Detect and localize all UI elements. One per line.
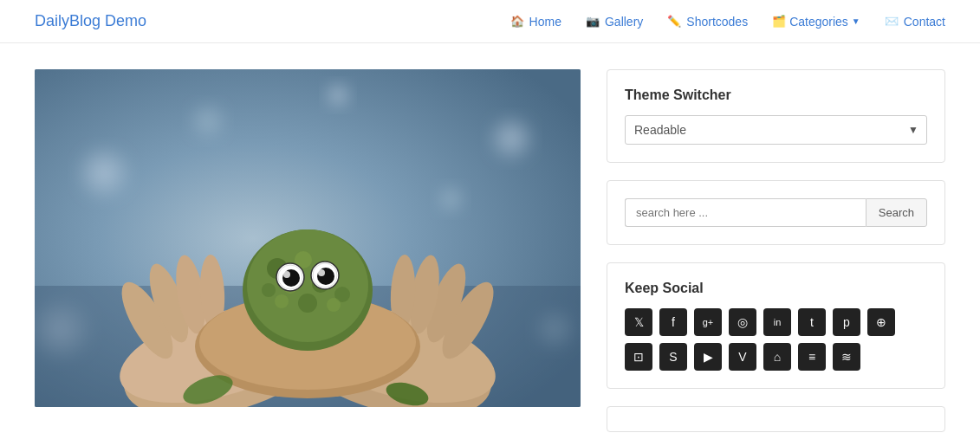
social-dribbble[interactable]: ⊕ [867,308,895,336]
svg-point-3 [485,113,537,165]
social-instagram[interactable]: ◎ [729,308,756,336]
social-linkedin[interactable]: in [763,308,791,336]
folder-icon: 🗂️ [772,15,786,28]
search-row: Search [625,198,927,227]
svg-point-42 [318,269,325,276]
chevron-down-icon: ▼ [852,16,860,26]
social-row-1: 𝕏 f g+ ◎ in t p ⊕ [625,308,927,336]
nav-categories[interactable]: 🗂️ Categories ▼ [772,15,860,29]
theme-switcher-title: Theme Switcher [625,87,927,103]
social-row-2: ⊡ S ▶ V ⌂ ≡ ≋ [625,343,927,371]
social-pinterest[interactable]: p [833,308,860,336]
svg-point-1 [74,143,134,204]
shortcodes-icon: ✏️ [667,15,681,28]
social-youtube[interactable]: ▶ [694,343,722,371]
site-title[interactable]: DailyBlog Demo [35,12,146,30]
social-twitter[interactable]: 𝕏 [625,308,652,336]
social-vimeo[interactable]: V [729,343,756,371]
nav-contact[interactable]: ✉️ Contact [885,15,945,29]
social-facebook[interactable]: f [659,308,687,336]
social-icons-grid: 𝕏 f g+ ◎ in t p ⊕ ⊡ S ▶ V ⌂ ≡ ≋ [625,308,927,371]
nav-home[interactable]: 🏠 Home [510,15,561,29]
svg-point-7 [322,80,354,111]
svg-point-4 [433,182,468,216]
social-rss[interactable]: ≡ [798,343,826,371]
main-layout: Theme Switcher Readable Default Dark Lig… [0,43,980,433]
envelope-icon: ✉️ [885,15,899,28]
social-github[interactable]: ⌂ [763,343,791,371]
theme-switcher-widget: Theme Switcher Readable Default Dark Lig… [607,69,945,163]
search-widget: Search [607,180,945,245]
keep-social-widget: Keep Social 𝕏 f g+ ◎ in t p ⊕ ⊡ S ▶ V [607,262,945,389]
site-header: DailyBlog Demo 🏠 Home 📷 Gallery ✏️ Short… [0,0,980,43]
search-button[interactable]: Search [866,198,927,227]
social-soundcloud[interactable]: ≋ [833,343,860,371]
sidebar: Theme Switcher Readable Default Dark Lig… [607,69,945,432]
svg-point-32 [298,294,317,313]
home-icon: 🏠 [510,15,524,28]
social-googleplus[interactable]: g+ [694,308,722,336]
svg-point-38 [283,271,290,278]
svg-point-34 [327,298,341,312]
social-skype[interactable]: S [659,343,687,371]
main-nav: 🏠 Home 📷 Gallery ✏️ Shortcodes 🗂️ Catego… [510,15,945,29]
social-flickr[interactable]: ⊡ [625,343,652,371]
bottom-widget-partial [607,406,945,432]
hero-image [35,69,581,407]
keep-social-title: Keep Social [625,281,927,296]
camera-icon: 📷 [586,15,600,28]
svg-point-33 [275,294,289,308]
nav-gallery[interactable]: 📷 Gallery [586,15,643,29]
theme-select[interactable]: Readable Default Dark Light [625,115,927,145]
social-tumblr[interactable]: t [798,308,826,336]
theme-select-wrapper: Readable Default Dark Light ▼ [625,115,927,145]
search-input[interactable] [625,198,866,227]
svg-point-30 [262,283,276,297]
svg-point-2 [186,100,230,143]
nav-shortcodes[interactable]: ✏️ Shortcodes [667,15,748,29]
